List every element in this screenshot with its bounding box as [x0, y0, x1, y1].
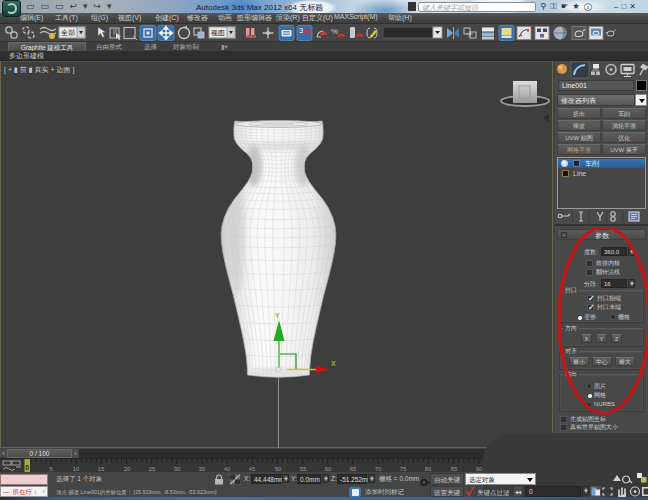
svg-text:X: X	[331, 360, 336, 367]
svg-text:3: 3	[299, 26, 303, 35]
svg-text:Y: Y	[275, 312, 280, 319]
svg-text:%: %	[331, 27, 338, 36]
svg-text:视图: 视图	[211, 29, 225, 37]
svg-text:0: 0	[25, 464, 29, 471]
svg-text:全部: 全部	[61, 29, 75, 37]
